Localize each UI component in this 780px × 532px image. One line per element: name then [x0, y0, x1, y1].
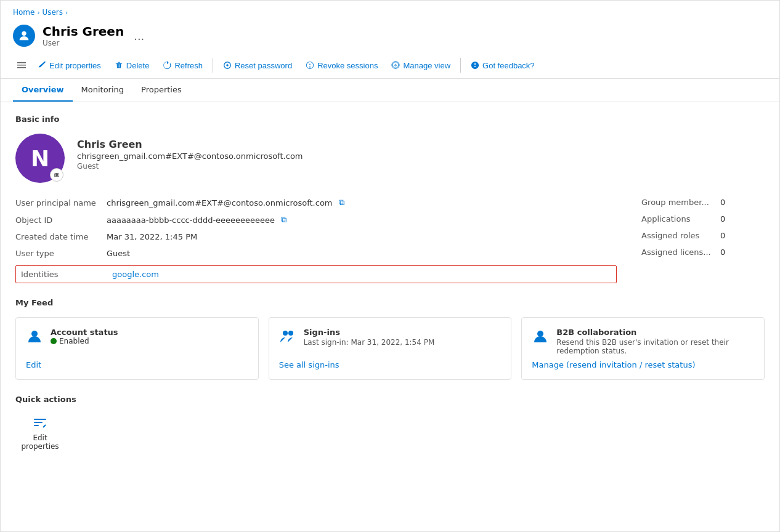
- basic-info-title: Basic info: [15, 115, 765, 124]
- change-photo-button[interactable]: [50, 168, 63, 182]
- b2b-header: B2B collaboration Resend this B2B user's…: [532, 328, 754, 355]
- my-feed-section: My Feed Account status Enabled: [15, 298, 765, 380]
- account-status-icon: [26, 328, 43, 347]
- toolbar-separator-1: [213, 58, 213, 73]
- assigned-licenses-value: 0: [720, 248, 725, 257]
- breadcrumb-users[interactable]: Users: [42, 8, 63, 17]
- sign-ins-header: Sign-ins Last sign-in: Mar 31, 2022, 1:5…: [279, 328, 502, 347]
- svg-rect-12: [34, 425, 39, 426]
- breadcrumb: Home › Users ›: [1, 1, 779, 22]
- edit-properties-label: Edit properties: [49, 61, 101, 70]
- edit-properties-button[interactable]: Edit properties: [31, 58, 107, 73]
- toolbar: Edit properties Delete Refresh Reset pas…: [1, 52, 779, 79]
- b2b-text: B2B collaboration Resend this B2B user's…: [556, 328, 754, 355]
- tab-monitoring[interactable]: Monitoring: [73, 79, 133, 102]
- sign-ins-text: Sign-ins Last sign-in: Mar 31, 2022, 1:5…: [304, 328, 435, 347]
- objectid-value: aaaaaaaa-bbbb-cccc-dddd-eeeeeeeeeeee: [107, 216, 275, 225]
- account-status-value: Enabled: [59, 337, 89, 345]
- tab-properties[interactable]: Properties: [132, 79, 190, 102]
- header-title: Chris Green User: [43, 24, 124, 47]
- got-feedback-label: Got feedback?: [482, 61, 535, 70]
- my-feed-title: My Feed: [15, 298, 765, 307]
- info-left-panel: User principal name chrisgreen_gmail.com…: [15, 198, 617, 283]
- quick-edit-properties[interactable]: Edit properties: [15, 414, 65, 451]
- main-content: Basic info N Chris Green chrisgreen_gmai…: [1, 102, 779, 531]
- account-status-edit-link[interactable]: Edit: [26, 360, 248, 369]
- info-right-panel: Group member... 0 Applications 0 Assigne…: [641, 198, 765, 283]
- stat-assigned-roles: Assigned roles 0: [641, 231, 765, 240]
- stat-applications: Applications 0: [641, 214, 765, 224]
- user-type-badge: Guest: [77, 162, 303, 171]
- breadcrumb-sep-2: ›: [65, 9, 68, 16]
- user-basic-text: Chris Green chrisgreen_gmail.com#EXT#@co…: [77, 139, 303, 171]
- svg-point-6: [31, 331, 38, 337]
- breadcrumb-home[interactable]: Home: [13, 8, 35, 17]
- quick-actions-title: Quick actions: [15, 395, 765, 404]
- breadcrumb-sep-1: ›: [37, 9, 39, 16]
- created-value: Mar 31, 2022, 1:45 PM: [107, 232, 197, 241]
- stat-group-members: Group member... 0: [641, 198, 765, 207]
- b2b-title: B2B collaboration: [556, 328, 754, 337]
- refresh-label: Refresh: [174, 61, 203, 70]
- usertype-value: Guest: [107, 249, 130, 258]
- svg-point-7: [283, 331, 288, 336]
- account-status-card: Account status Enabled Edit: [15, 317, 259, 380]
- delete-label: Delete: [126, 61, 150, 70]
- info-grid: User principal name chrisgreen_gmail.com…: [15, 198, 765, 283]
- created-label: Created date time: [15, 232, 102, 241]
- assigned-licenses-label: Assigned licens...: [641, 248, 715, 257]
- more-options-button[interactable]: ...: [134, 30, 144, 42]
- svg-point-8: [288, 331, 293, 336]
- group-members-label: Group member...: [641, 198, 715, 207]
- svg-point-9: [537, 331, 543, 337]
- upn-value: chrisgreen_gmail.com#EXT#@contoso.onmicr…: [107, 198, 333, 208]
- display-name: Chris Green: [77, 139, 303, 150]
- info-row-identities: Identities google.com: [15, 265, 617, 283]
- sidebar-toggle-button[interactable]: [13, 57, 30, 73]
- manage-view-button[interactable]: Manage view: [385, 58, 457, 73]
- user-icon: [13, 25, 35, 47]
- refresh-button[interactable]: Refresh: [156, 58, 209, 73]
- assigned-roles-value: 0: [720, 231, 725, 240]
- svg-rect-10: [34, 419, 46, 420]
- account-status-header: Account status Enabled: [26, 328, 248, 347]
- user-name-heading: Chris Green: [43, 24, 124, 39]
- reset-password-label: Reset password: [235, 61, 292, 70]
- info-row-objectid: Object ID aaaaaaaa-bbbb-cccc-dddd-eeeeee…: [15, 215, 617, 225]
- sign-ins-card: Sign-ins Last sign-in: Mar 31, 2022, 1:5…: [269, 317, 512, 380]
- sign-ins-title: Sign-ins: [304, 328, 435, 337]
- assigned-roles-label: Assigned roles: [641, 231, 715, 240]
- user-avatar: N: [15, 134, 65, 183]
- objectid-copy-button[interactable]: ⧉: [281, 215, 286, 225]
- user-email: chrisgreen_gmail.com#EXT#@contoso.onmicr…: [77, 151, 303, 161]
- see-all-signins-link[interactable]: See all sign-ins: [279, 360, 502, 369]
- info-row-upn: User principal name chrisgreen_gmail.com…: [15, 198, 617, 208]
- upn-copy-button[interactable]: ⧉: [339, 198, 344, 208]
- identities-label: Identities: [21, 270, 107, 279]
- tab-bar: Overview Monitoring Properties: [1, 79, 779, 102]
- reset-password-button[interactable]: Reset password: [217, 58, 298, 73]
- delete-button[interactable]: Delete: [108, 58, 156, 73]
- stat-assigned-licenses: Assigned licens... 0: [641, 248, 765, 257]
- b2b-manage-link[interactable]: Manage (resend invitation / reset status…: [532, 360, 754, 369]
- quick-edit-label: Edit properties: [15, 433, 65, 451]
- applications-value: 0: [720, 214, 725, 224]
- svg-point-5: [226, 64, 229, 66]
- account-status-text: Account status Enabled: [51, 328, 118, 345]
- b2b-desc: Resend this B2B user's invitation or res…: [556, 338, 754, 355]
- quick-actions-section: Quick actions Edit properties: [15, 395, 765, 451]
- avatar-letter: N: [31, 146, 49, 171]
- revoke-sessions-label: Revoke sessions: [317, 61, 378, 70]
- identities-value[interactable]: google.com: [112, 270, 159, 279]
- toolbar-separator-2: [460, 58, 461, 73]
- user-role-label: User: [43, 39, 124, 47]
- revoke-sessions-button[interactable]: Revoke sessions: [299, 58, 384, 73]
- svg-rect-11: [34, 422, 43, 423]
- tab-overview[interactable]: Overview: [13, 79, 73, 102]
- sign-ins-icon: [279, 328, 296, 347]
- got-feedback-button[interactable]: Got feedback?: [465, 58, 541, 73]
- b2b-icon: [532, 328, 549, 347]
- basic-info-top: N Chris Green chrisgreen_gmail.com#EXT#@…: [15, 134, 765, 183]
- status-enabled-dot: [51, 338, 57, 344]
- info-row-created: Created date time Mar 31, 2022, 1:45 PM: [15, 232, 617, 241]
